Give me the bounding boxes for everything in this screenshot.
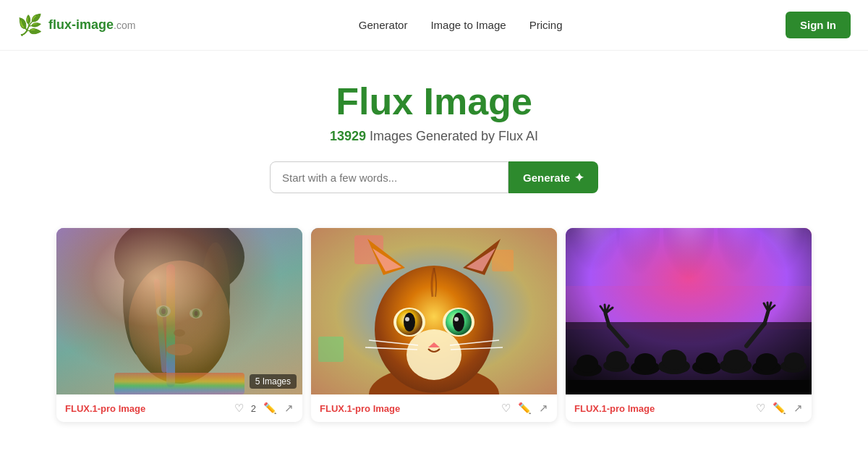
logo[interactable]: 🌿 flux-image.com — [17, 13, 135, 37]
heart-icon-2[interactable]: ♡ — [501, 402, 511, 415]
gallery-image-wrap-2 — [311, 228, 557, 394]
logo-icon: 🌿 — [17, 13, 43, 37]
edit-icon-2[interactable]: ✏️ — [518, 402, 532, 415]
gallery-item-3: FLUX.1-pro Image ♡ ✏️ ↗ — [566, 228, 812, 422]
generate-button[interactable]: Generate ✦ — [509, 161, 598, 193]
svg-point-14 — [174, 329, 185, 337]
svg-rect-0 — [56, 228, 302, 394]
gallery-item-2: FLUX.1-pro Image ♡ ✏️ ↗ — [311, 228, 557, 422]
gallery-title-2: FLUX.1-pro Image — [320, 403, 495, 414]
gallery-image-wrap-3 — [566, 228, 812, 394]
svg-rect-61 — [723, 350, 748, 370]
hero-title: Flux Image — [0, 80, 868, 123]
svg-rect-78 — [566, 380, 812, 394]
svg-rect-51 — [576, 355, 598, 373]
signin-button[interactable]: Sign In — [786, 12, 851, 38]
svg-rect-16 — [114, 373, 244, 394]
image-count: 13929 — [330, 129, 366, 143]
logo-text: flux-image.com — [48, 17, 135, 33]
svg-point-9 — [159, 306, 168, 316]
svg-rect-65 — [784, 352, 804, 370]
gallery-section: 5 Images FLUX.1-pro Image ♡ 2 ✏️ ↗ — [0, 211, 868, 422]
nav-image-to-image[interactable]: Image to Image — [430, 19, 506, 31]
svg-point-24 — [407, 329, 461, 380]
svg-point-35 — [453, 313, 464, 332]
svg-rect-63 — [756, 353, 778, 371]
like-count-1: 2 — [251, 403, 256, 414]
footer-icons-3: ♡ ✏️ ↗ — [756, 402, 803, 415]
svg-point-32 — [405, 317, 409, 321]
gallery-image-3 — [566, 228, 812, 394]
share-icon-1[interactable]: ↗ — [284, 402, 294, 415]
image3-svg — [566, 228, 812, 394]
svg-rect-53 — [606, 351, 626, 369]
svg-rect-6 — [166, 264, 175, 387]
gallery-footer-3: FLUX.1-pro Image ♡ ✏️ ↗ — [566, 394, 812, 422]
svg-point-2 — [114, 228, 244, 300]
svg-rect-21 — [318, 337, 344, 362]
svg-rect-59 — [696, 352, 718, 371]
svg-point-12 — [192, 309, 200, 318]
spark-icon: ✦ — [574, 171, 584, 185]
svg-rect-7 — [153, 279, 167, 373]
share-icon-3[interactable]: ↗ — [793, 402, 803, 415]
search-row: Generate ✦ — [0, 161, 868, 193]
svg-point-5 — [129, 261, 230, 384]
footer-icons-2: ♡ ✏️ ↗ — [501, 402, 548, 415]
svg-point-36 — [454, 317, 459, 321]
svg-point-11 — [190, 308, 203, 318]
generate-label: Generate — [523, 172, 570, 184]
heart-icon-3[interactable]: ♡ — [756, 402, 765, 415]
svg-point-15 — [166, 344, 192, 355]
gallery-image-wrap-1: 5 Images — [56, 228, 302, 394]
svg-rect-20 — [492, 250, 514, 271]
nav-generator[interactable]: Generator — [359, 19, 408, 31]
svg-point-31 — [404, 313, 415, 332]
main-nav: Generator Image to Image Pricing — [359, 19, 563, 31]
gallery-footer-1: FLUX.1-pro Image ♡ 2 ✏️ ↗ — [56, 394, 302, 422]
svg-rect-57 — [662, 350, 686, 370]
edit-icon-1[interactable]: ✏️ — [263, 402, 277, 415]
svg-rect-55 — [634, 353, 656, 371]
search-input[interactable] — [270, 161, 509, 193]
header: 🌿 flux-image.com Generator Image to Imag… — [0, 0, 868, 51]
svg-point-10 — [161, 308, 166, 314]
gallery-image-1 — [56, 228, 302, 394]
footer-icons-1: ♡ 2 ✏️ ↗ — [234, 402, 294, 415]
hero-section: Flux Image 13929 Images Generated by Flu… — [0, 51, 868, 211]
gallery-title-3: FLUX.1-pro Image — [574, 403, 750, 414]
gallery-footer-2: FLUX.1-pro Image ♡ ✏️ ↗ — [311, 394, 557, 422]
svg-rect-1 — [56, 228, 302, 394]
edit-icon-3[interactable]: ✏️ — [773, 402, 786, 415]
gallery-title-1: FLUX.1-pro Image — [65, 403, 229, 414]
image-badge: 5 Images — [250, 374, 297, 389]
svg-point-8 — [156, 305, 171, 317]
nav-pricing[interactable]: Pricing — [529, 19, 563, 31]
svg-point-4 — [201, 242, 230, 344]
image1-svg — [56, 228, 302, 394]
image2-svg — [311, 228, 557, 394]
gallery-image-2 — [311, 228, 557, 394]
svg-point-3 — [123, 242, 163, 358]
heart-icon-1[interactable]: ♡ — [234, 402, 244, 415]
share-icon-2[interactable]: ↗ — [539, 402, 548, 415]
hero-subtitle: 13929 Images Generated by Flux AI — [0, 129, 868, 144]
svg-point-13 — [195, 311, 198, 316]
gallery-item-1: 5 Images FLUX.1-pro Image ♡ 2 ✏️ ↗ — [56, 228, 302, 422]
